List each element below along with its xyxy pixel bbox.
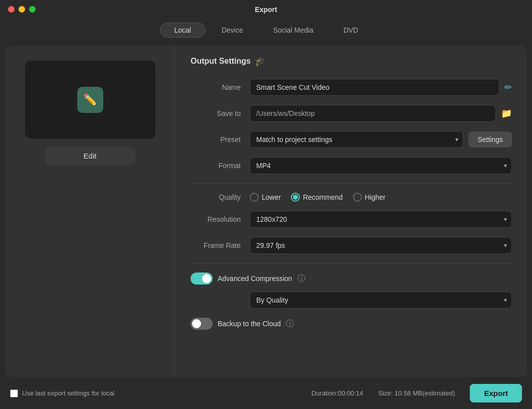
preset-row: Preset Match to project settings ▾ Setti…	[191, 131, 512, 148]
preview-box: ✏️	[25, 61, 155, 139]
backup-cloud-help-icon[interactable]: ⓘ	[286, 319, 294, 329]
name-input[interactable]	[250, 79, 499, 96]
name-label: Name	[191, 83, 241, 91]
quality-recommend-radio[interactable]	[291, 193, 300, 202]
minimize-button[interactable]	[19, 6, 25, 13]
size-text: Size: 10.58 MB(estimated)	[378, 389, 455, 397]
format-select[interactable]: MP4	[250, 157, 512, 174]
compression-select-row: By Quality ▾	[250, 292, 512, 309]
resolution-select-wrap: 1280x720 ▾	[250, 211, 512, 228]
format-label: Format	[191, 162, 241, 170]
section-header: Output Settings 🎓	[191, 56, 512, 67]
backup-cloud-row: Backup to the Cloud ⓘ	[191, 318, 512, 330]
advanced-compression-label: Advanced Compression	[218, 275, 292, 283]
save-to-label: Save to	[191, 109, 241, 117]
preset-select[interactable]: Match to project settings	[250, 131, 463, 148]
preset-label: Preset	[191, 135, 241, 144]
tab-dvd[interactable]: DVD	[329, 23, 373, 38]
save-to-control: 📁	[250, 105, 512, 122]
quality-lower-radio[interactable]	[250, 193, 259, 202]
frame-rate-label: Frame Rate	[191, 241, 241, 249]
quality-higher-item[interactable]: Higher	[353, 193, 386, 202]
quality-lower-item[interactable]: Lower	[250, 193, 281, 202]
window-controls	[8, 6, 36, 13]
advanced-compression-help-icon[interactable]: ⓘ	[297, 274, 305, 284]
duration-text: Duration:00:00:14	[311, 389, 363, 397]
right-panel: Output Settings 🎓 Name ✏ Save to 📁 Prese…	[175, 46, 527, 377]
main-container: ✏️ Edit Output Settings 🎓 Name ✏ Save to…	[5, 46, 527, 377]
name-row: Name ✏	[191, 79, 512, 96]
save-to-input[interactable]	[250, 105, 496, 122]
compression-mode-select-wrap: By Quality ▾	[250, 292, 512, 309]
ai-edit-icon[interactable]: ✏	[504, 82, 512, 93]
quality-higher-label: Higher	[365, 193, 386, 201]
quality-lower-label: Lower	[262, 193, 281, 201]
frame-rate-select-wrap: 29.97 fps ▾	[250, 237, 512, 254]
advanced-compression-slider	[191, 272, 213, 285]
close-button[interactable]	[8, 6, 15, 13]
quality-recommend-label: Recommend	[303, 193, 342, 201]
name-control: ✏	[250, 79, 512, 96]
left-panel: ✏️ Edit	[5, 46, 175, 377]
last-export-wrap: Use last export settings for local	[10, 389, 114, 397]
compression-mode-select[interactable]: By Quality	[250, 292, 512, 309]
format-select-wrap: MP4 ▾	[250, 157, 512, 174]
resolution-select[interactable]: 1280x720	[250, 211, 512, 228]
settings-button[interactable]: Settings	[468, 131, 512, 148]
maximize-button[interactable]	[29, 6, 36, 13]
preset-select-wrap: Match to project settings ▾	[250, 131, 463, 148]
backup-cloud-label: Backup to the Cloud	[218, 320, 281, 328]
resolution-row: Resolution 1280x720 ▾	[191, 211, 512, 228]
tab-device[interactable]: Device	[208, 23, 257, 38]
section-title: Output Settings	[191, 57, 251, 66]
format-control: MP4 ▾	[250, 157, 512, 174]
export-button[interactable]: Export	[470, 384, 522, 402]
advanced-compression-toggle[interactable]	[191, 272, 213, 285]
tabs-row: Local Device Social Media DVD	[0, 19, 532, 46]
preview-icon: ✏️	[77, 87, 103, 113]
mortarboard-icon: 🎓	[255, 56, 266, 67]
preset-control: Match to project settings ▾ Settings	[250, 131, 512, 148]
quality-radio-group: Lower Recommend Higher	[250, 193, 386, 202]
window-title: Export	[255, 6, 277, 14]
save-to-row: Save to 📁	[191, 105, 512, 122]
pencil-icon: ✏️	[83, 93, 97, 106]
quality-higher-radio[interactable]	[353, 193, 362, 202]
titlebar: Export	[0, 0, 532, 19]
edit-button[interactable]: Edit	[45, 147, 135, 165]
resolution-label: Resolution	[191, 215, 241, 223]
bottom-bar: Use last export settings for local Durat…	[0, 377, 532, 409]
backup-cloud-toggle[interactable]	[191, 318, 213, 330]
bottom-right: Duration:00:00:14 Size: 10.58 MB(estimat…	[311, 384, 522, 402]
last-export-label: Use last export settings for local	[22, 389, 114, 397]
quality-recommend-item[interactable]: Recommend	[291, 193, 342, 202]
divider-2	[191, 263, 512, 263]
resolution-control: 1280x720 ▾	[250, 211, 512, 228]
frame-rate-row: Frame Rate 29.97 fps ▾	[191, 237, 512, 254]
format-row: Format MP4 ▾	[191, 157, 512, 174]
backup-cloud-slider	[191, 318, 213, 330]
frame-rate-select[interactable]: 29.97 fps	[250, 237, 512, 254]
divider-1	[191, 183, 512, 184]
last-export-checkbox[interactable]	[10, 389, 18, 397]
folder-icon[interactable]: 📁	[501, 108, 512, 119]
quality-row: Quality Lower Recommend Higher	[191, 193, 512, 202]
tab-local[interactable]: Local	[160, 23, 206, 38]
advanced-compression-row: Advanced Compression ⓘ	[191, 272, 512, 285]
frame-rate-control: 29.97 fps ▾	[250, 237, 512, 254]
quality-label: Quality	[191, 193, 241, 201]
tab-social-media[interactable]: Social Media	[259, 23, 327, 38]
